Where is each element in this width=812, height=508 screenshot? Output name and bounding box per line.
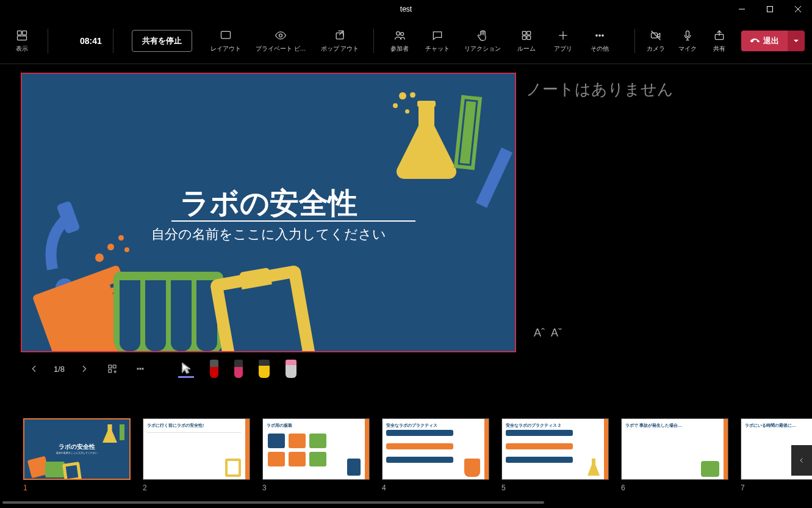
mic-button[interactable]: マイク <box>673 23 702 59</box>
svg-point-34 <box>140 368 141 369</box>
thumbnail-number: 5 <box>501 484 609 492</box>
reactions-button[interactable]: リアクション <box>461 23 505 59</box>
thumbnail-1[interactable]: ラボの安全性 自分の名前をここに入力してください 1 <box>23 418 131 492</box>
svg-rect-30 <box>113 365 116 368</box>
popout-label: ポップ アウト <box>321 45 359 53</box>
layout-icon <box>219 29 232 42</box>
yellow-highlighter-button[interactable] <box>259 360 270 378</box>
maximize-button[interactable] <box>756 0 784 18</box>
slide-title: ラボの安全性 <box>180 184 357 223</box>
private-view-button[interactable]: プライベート ビ… <box>252 23 310 59</box>
pink-pen-button[interactable] <box>234 360 243 378</box>
svg-rect-9 <box>336 33 343 39</box>
font-size-controls: Aˆ Aˇ <box>534 327 562 339</box>
popout-button[interactable]: ポップ アウト <box>317 23 363 59</box>
layout-button[interactable]: レイアウト <box>207 23 245 59</box>
more-icon <box>593 29 606 42</box>
eraser-button[interactable] <box>286 360 296 378</box>
svg-point-8 <box>279 34 282 37</box>
thumbnail-title: ラボにいる時間の最後に… <box>745 423 796 429</box>
shield-icon[interactable] <box>59 34 73 48</box>
thumbnail-title: 安全なラボのプラクティス <box>386 423 437 429</box>
meeting-timer: 08:41 <box>80 36 102 46</box>
stop-sharing-button[interactable]: 共有を停止 <box>132 30 192 52</box>
apps-button[interactable]: アプリ <box>548 23 578 59</box>
thumbnail-6[interactable]: ラボで 事故が発生した場合… 6 <box>621 418 728 492</box>
svg-rect-14 <box>523 36 526 40</box>
svg-rect-31 <box>109 369 112 372</box>
svg-rect-6 <box>18 36 27 40</box>
plus-icon <box>556 29 570 42</box>
thumbnail-number: 6 <box>621 484 728 492</box>
leave-options-button[interactable] <box>788 31 805 51</box>
minimize-button[interactable] <box>728 0 756 18</box>
view-button[interactable]: 表示 <box>7 23 37 59</box>
thumbnail-number: 7 <box>741 484 812 492</box>
thumbnail-3[interactable]: ラボ用の服装 3 <box>262 418 370 492</box>
clipboard-icon <box>209 264 317 352</box>
thumbnail-number: 4 <box>382 484 489 492</box>
svg-point-10 <box>397 32 400 35</box>
share-button[interactable]: 共有 <box>705 23 734 59</box>
separator <box>48 29 48 53</box>
chat-button[interactable]: チャット <box>422 23 453 59</box>
grid-view-button[interactable] <box>104 360 121 377</box>
chat-label: チャット <box>425 45 450 53</box>
reactions-label: リアクション <box>464 45 501 53</box>
red-pen-button[interactable] <box>210 360 218 378</box>
thumbnail-2[interactable]: ラボに行く前にラボの安全性! 2 <box>143 418 250 492</box>
scroll-thumbnails-right-button[interactable] <box>791 445 812 476</box>
participants-label: 参加者 <box>390 45 409 53</box>
share-up-icon <box>713 29 726 42</box>
svg-point-19 <box>599 35 601 37</box>
rooms-label: ルーム <box>517 45 536 53</box>
thumbnail-title: ラボ用の服装 <box>267 423 292 429</box>
separator <box>113 29 113 53</box>
pencil-icon <box>476 147 512 208</box>
next-slide-button[interactable] <box>76 360 93 377</box>
thumbnail-title: ラボの安全性 <box>59 443 95 451</box>
camera-button[interactable]: カメラ <box>641 23 670 59</box>
svg-rect-5 <box>23 31 27 35</box>
prev-slide-button[interactable] <box>26 360 43 377</box>
thumbnail-5[interactable]: 安全なラボのプラクティス 2 5 <box>501 418 609 492</box>
mic-label: マイク <box>678 45 697 53</box>
svg-point-32 <box>114 371 116 372</box>
svg-rect-4 <box>18 31 22 35</box>
more-options-button[interactable] <box>132 360 149 377</box>
increase-font-button[interactable]: Aˆ <box>534 327 545 339</box>
eye-icon <box>274 29 287 42</box>
svg-point-11 <box>401 32 404 35</box>
close-button[interactable] <box>784 0 812 18</box>
window-controls <box>728 0 812 18</box>
camera-off-icon <box>649 29 663 42</box>
svg-rect-7 <box>221 31 230 38</box>
thumbnail-strip: ラボの安全性 自分の名前をここに入力してください 1 ラボに行く前にラボの安全性… <box>0 401 812 508</box>
rooms-button[interactable]: ルーム <box>512 23 541 59</box>
more-button[interactable]: その他 <box>585 23 614 59</box>
decrease-font-button[interactable]: Aˇ <box>551 327 562 339</box>
svg-point-18 <box>596 35 598 37</box>
notes-panel: ノートはありません <box>526 73 807 401</box>
popout-icon <box>333 29 347 42</box>
leave-button[interactable]: 退出 <box>741 31 788 51</box>
current-slide[interactable]: ラボの安全性 自分の名前をここに入力してください <box>21 73 516 352</box>
leave-wrap: 退出 <box>741 31 805 51</box>
share-label: 共有 <box>713 45 725 53</box>
svg-rect-29 <box>109 365 112 368</box>
thumbnail-title: ラボで 事故が発生した場合… <box>625 423 682 429</box>
more-label: その他 <box>591 45 609 53</box>
bubbles-icon <box>95 235 138 266</box>
horizontal-scrollbar[interactable] <box>2 499 777 506</box>
svg-rect-28 <box>417 101 436 107</box>
grid-icon <box>15 29 29 42</box>
participants-button[interactable]: 参加者 <box>385 23 414 59</box>
separator <box>634 29 635 53</box>
chat-icon <box>431 29 444 42</box>
thumbnail-4[interactable]: 安全なラボのプラクティス 4 <box>382 418 489 492</box>
svg-point-33 <box>137 368 138 369</box>
flask-icon <box>393 98 460 184</box>
phone-icon <box>748 34 762 48</box>
svg-point-20 <box>602 35 604 37</box>
cursor-tool-button[interactable] <box>178 363 194 378</box>
